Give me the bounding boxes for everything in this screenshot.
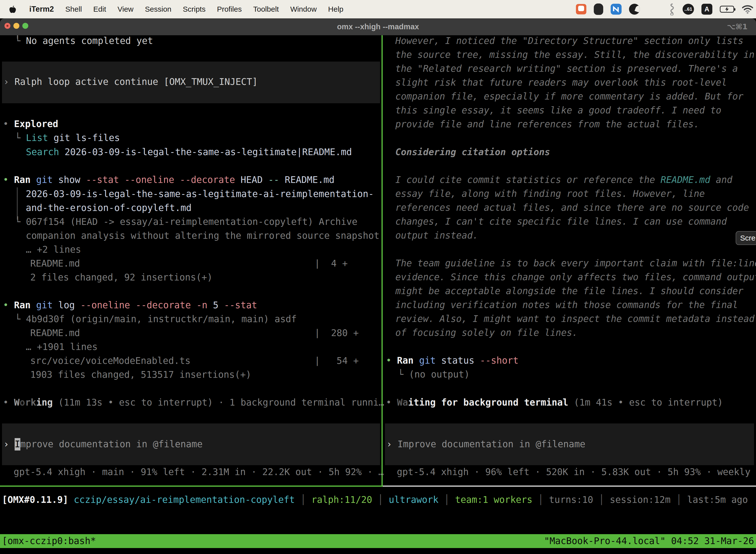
reasoning-line: slight risk that future readers may over… [395,76,727,89]
tree-guide [17,187,18,220]
diffstat-line: README.md| 280 + [30,327,380,339]
menu-item-edit[interactable]: Edit [93,5,106,13]
diffstat-line: README.md| 4 + [30,258,380,270]
git-log-output: └ 4b9d30f (origin/main, instructkr/main,… [15,313,297,325]
explored-header: • Explored [3,118,58,130]
menu-item-scripts[interactable]: Scripts [183,5,206,13]
working-status-line: • Working (11m 13s • esc to interrupt) ·… [3,396,384,409]
reasoning-line: changes, I can't cite specific file line… [395,215,727,228]
badge-61-icon[interactable]: ..61 [683,4,694,15]
git-show-output: └ 067f154 (HEAD -> essay/ai-reimplementa… [15,216,358,228]
ran-git-show-line: • Ran git show --stat --oneline --decora… [3,174,334,186]
apple-menu-icon[interactable] [9,5,16,13]
menu-bar: iTerm2 Shell Edit View Session Scripts P… [0,0,756,18]
ralph-inject-line: › Ralph loop active continue [OMX_TMUX_I… [3,76,258,88]
reasoning-line: might be acceptable alongside the file l… [395,285,743,297]
reasoning-line: provide file and line references from th… [395,118,699,130]
right-pane-bottom-border [383,486,756,487]
reasoning-line: The team guideline is to back every impo… [395,257,756,270]
menu-item-shell[interactable]: Shell [65,5,82,13]
keyboard-layout-icon[interactable]: A [701,4,712,15]
reasoning-line: review. Also, I might want to inspect th… [395,313,755,325]
menu-item-toolbelt[interactable]: Toolbelt [253,5,279,13]
right-session-status: gpt-5.4 xhigh · 96% left · 520K in · 5.8… [397,466,756,478]
reasoning-heading: Considering citation options [395,146,550,158]
reasoning-line: references need actual files, and since … [395,202,749,214]
menu-item-session[interactable]: Session [145,5,171,13]
reasoning-line: including verification notes with those … [395,299,738,311]
git-log-output: 1903 files changed, 513517 insertions(+) [30,369,251,381]
pane-divider[interactable] [381,35,383,486]
diffstat-line: src/voice/voiceModeEnabled.ts| 54 + [30,355,380,367]
reasoning-line: However, I noticed the "Directory Struct… [395,35,743,47]
window-title: omx --xhigh --madmax [0,18,756,35]
no-output-line: └ (no output) [398,368,470,381]
ran-git-status-line: • Ran git status --short [386,354,519,367]
command-wrap-line: 2026-03-09-is-legal-the-same-as-legitima… [26,188,374,200]
menu-item-view[interactable]: View [118,5,133,13]
dark-pie-icon[interactable] [629,4,640,15]
git-show-output: … +2 lines [26,243,81,256]
reasoning-line: I could cite commit statistics or refere… [395,174,733,186]
screen-recording-indicator-icon[interactable] [576,4,586,14]
terminal-line: └ No agents completed yet [15,35,153,47]
right-prompt-input[interactable]: › Improve documentation in @filename [386,438,585,450]
grid-shield-icon[interactable] [594,3,603,15]
reasoning-line: companion file, especially if more comme… [395,90,743,103]
reasoning-line: evidence. Since this change only affects… [395,271,756,283]
battery-icon[interactable] [720,6,734,13]
reasoning-line: of focusing solely on file lines. [395,327,578,339]
reasoning-line: the source tree, missing the essay. Stil… [395,49,755,61]
tmux-session-name[interactable]: [omx-cczip0:bash* [0,536,96,546]
left-prompt-input[interactable]: › Improve documentation in @filename [3,438,203,450]
menu-item-iterm2[interactable]: iTerm2 [29,5,54,14]
tool-search-line: Search 2026-03-09-is-legal-the-same-as-l… [15,146,352,158]
ran-git-log-line: • Ran git log --oneline --decorate -n 5 … [3,299,257,312]
wifi-icon[interactable] [742,5,754,14]
menu-item-window[interactable]: Window [290,5,317,13]
reasoning-line: output instead. [395,229,478,242]
blue-zigzag-icon[interactable] [611,4,622,15]
tmux-host-clock: "MacBook-Pro-44.local" 04:52 31-Mar-26 [544,534,754,548]
window-shortcut: ⌥⌘1 [727,18,748,35]
git-log-output: … +1901 lines [26,341,98,353]
left-session-status: gpt-5.4 xhigh · main · 91% left · 2.31M … [14,466,384,478]
menu-item-help[interactable]: Help [328,5,343,13]
reasoning-line: essay file, along with finding root file… [395,188,705,200]
git-show-output: companion analysis without altering the … [26,230,379,242]
command-wrap-line: and-the-erosion-of-copyleft.md [26,202,191,214]
text-cursor: I [15,438,20,450]
tmux-status-bar: [omx-cczip0:bash*"MacBook-Pro-44.local" … [0,534,756,548]
menu-item-profiles[interactable]: Profiles [217,5,242,13]
squiggle-icon[interactable] [669,3,675,15]
reasoning-line: the "Related research writing" section i… [395,63,738,75]
screenshot-tooltip[interactable]: Scre [736,231,756,245]
tool-list-line: └ List git ls-files [15,132,120,144]
waiting-status-line: • Waiting for background terminal (1m 41… [386,396,723,409]
reasoning-line: this single essay, it seems like a good … [395,104,721,117]
git-show-output: 2 files changed, 92 insertions(+) [30,271,212,284]
omx-status-bar: [OMX#0.11.9] cczip/essay/ai-reimplementa… [2,494,748,506]
left-pane-bottom-border [0,486,383,487]
